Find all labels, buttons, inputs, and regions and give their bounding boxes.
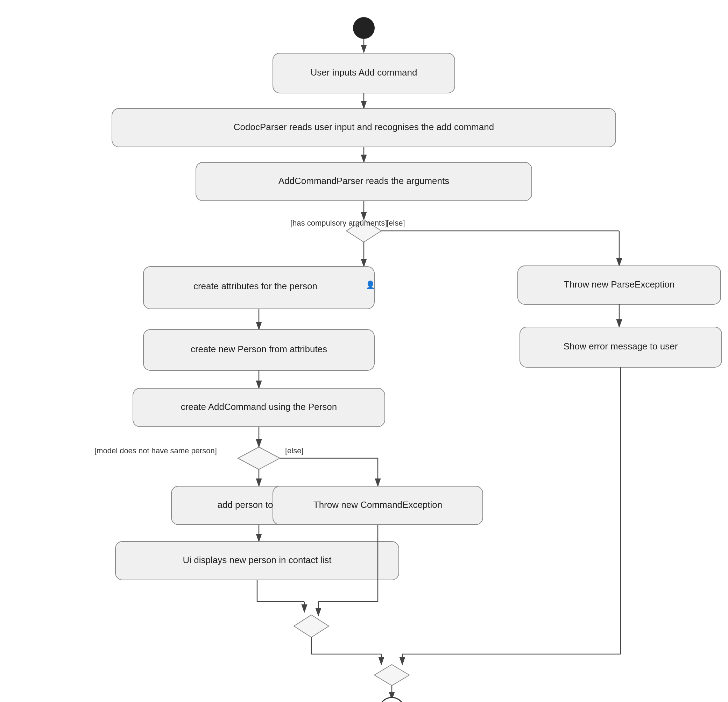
d2-label-left: [model does not have same person] (94, 446, 217, 455)
d1-label-left: [has compulsory arguments] (290, 219, 387, 227)
node-user-input-text: User inputs Add command (311, 67, 417, 78)
node-ui-text: Ui displays new person in contact list (183, 555, 332, 565)
diagram-container: User inputs Add command CodocParser read… (0, 0, 728, 702)
start-node (353, 17, 374, 39)
node-show-error-text: Show error message to user (563, 341, 678, 351)
node-create-add-cmd-text: create AddCommand using the Person (181, 402, 337, 412)
merge1-diamond (294, 615, 329, 637)
node-parse-ex-text: Throw new ParseException (564, 279, 675, 290)
decision2-diamond (238, 447, 280, 469)
person-icon: 👤 (365, 280, 376, 290)
node-create-attrs-text: create attributes for the person (194, 281, 317, 291)
node-codoc-parser-text: CodocParser reads user input and recogni… (234, 122, 494, 132)
end-outer (379, 698, 404, 702)
d2-label-right: [else] (285, 446, 304, 455)
node-create-person-text: create new Person from attributes (191, 344, 327, 354)
d1-label-right: [else] (387, 219, 405, 227)
merge2-diamond (374, 664, 409, 686)
node-cmd-ex-text: Throw new CommandException (313, 500, 442, 510)
node-acp-text: AddCommandParser reads the arguments (279, 176, 449, 186)
